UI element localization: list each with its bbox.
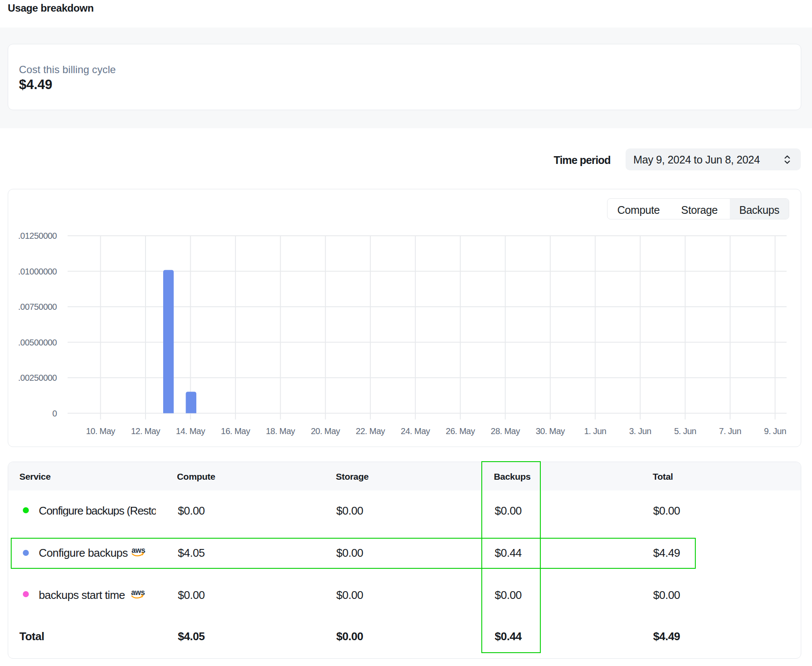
- svg-text:9. Jun: 9. Jun: [764, 426, 786, 436]
- svg-text:20. May: 20. May: [311, 426, 340, 436]
- svg-text:1. Jun: 1. Jun: [584, 426, 606, 436]
- svg-text:14. May: 14. May: [176, 426, 205, 436]
- svg-text:26. May: 26. May: [446, 426, 475, 436]
- svg-text:24. May: 24. May: [401, 426, 430, 436]
- svg-text:3. Jun: 3. Jun: [629, 426, 651, 436]
- svg-text:30. May: 30. May: [536, 426, 565, 436]
- svg-text:.00750000: .00750000: [18, 302, 57, 311]
- svg-text:0: 0: [52, 409, 57, 418]
- svg-text:.00500000: .00500000: [18, 338, 57, 347]
- svg-text:5. Jun: 5. Jun: [674, 426, 696, 436]
- svg-text:16. May: 16. May: [221, 426, 250, 436]
- svg-text:.01000000: .01000000: [18, 267, 57, 276]
- svg-text:22. May: 22. May: [356, 426, 385, 436]
- svg-text:10. May: 10. May: [86, 426, 115, 436]
- svg-text:28. May: 28. May: [491, 426, 520, 436]
- svg-text:12. May: 12. May: [131, 426, 160, 436]
- svg-text:.00250000: .00250000: [18, 373, 57, 382]
- svg-text:.01250000: .01250000: [18, 231, 57, 240]
- svg-text:18. May: 18. May: [266, 426, 295, 436]
- svg-text:7. Jun: 7. Jun: [719, 426, 741, 436]
